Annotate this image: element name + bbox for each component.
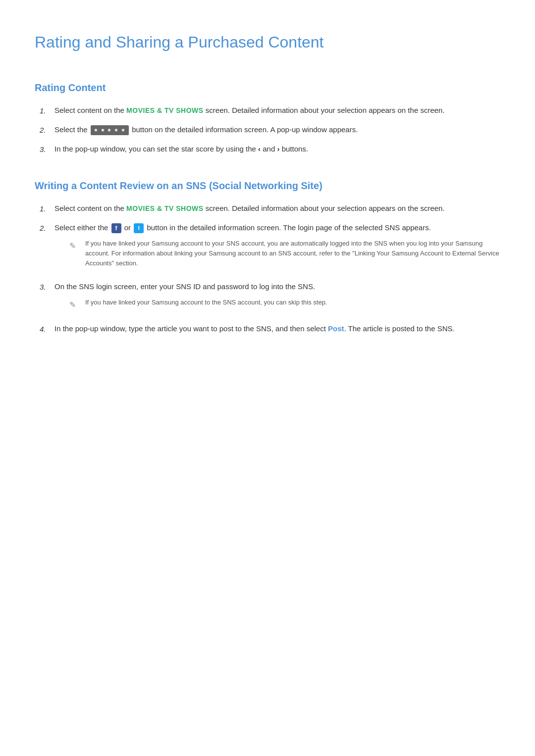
facebook-icon: f xyxy=(111,223,121,233)
list-item: 1. Select content on the MOVIES & TV SHO… xyxy=(35,202,500,215)
text-after: button in the detailed information scree… xyxy=(145,223,431,232)
list-item-content: Select the ★ ★ ★ ★ ★ button on the detai… xyxy=(54,124,500,136)
list-item: 2. Select the ★ ★ ★ ★ ★ button on the de… xyxy=(35,124,500,136)
text-after: buttons. xyxy=(279,145,308,153)
text-before: Select content on the xyxy=(54,106,126,114)
text-after: screen. Detailed information about your … xyxy=(204,106,445,114)
or-text: or xyxy=(124,223,131,232)
note-block: ✎ If you have linked your Samsung accoun… xyxy=(69,298,500,311)
list-number: 2. xyxy=(40,222,54,234)
list-item: 1. Select content on the MOVIES & TV SHO… xyxy=(35,104,500,117)
note-pencil-icon: ✎ xyxy=(69,239,81,252)
note-block: ✎ If you have linked your Samsung accoun… xyxy=(69,239,500,268)
list-item: 3. On the SNS login screen, enter your S… xyxy=(35,281,500,316)
list-item-content: Select content on the MOVIES & TV SHOWS … xyxy=(54,202,500,214)
rating-content-heading: Rating Content xyxy=(35,80,500,96)
list-number: 2. xyxy=(40,124,54,136)
list-item-content: Select content on the MOVIES & TV SHOWS … xyxy=(54,104,500,116)
list-item: 2. Select either the f or t button in th… xyxy=(35,222,500,273)
and-text: and xyxy=(263,145,275,153)
text-before: Select either the xyxy=(54,223,110,232)
writing-review-list: 1. Select content on the MOVIES & TV SHO… xyxy=(35,202,500,335)
text-after: . The article is posted to the SNS. xyxy=(344,324,455,333)
list-item-content: Select either the f or t button in the d… xyxy=(54,222,500,273)
list-item-content: In the pop-up window, type the article y… xyxy=(54,323,500,335)
list-number: 3. xyxy=(40,143,54,155)
list-number: 1. xyxy=(40,104,54,117)
movies-tv-shows-link: MOVIES & TV SHOWS xyxy=(126,204,204,212)
list-number: 3. xyxy=(40,281,54,293)
note-pencil-icon: ✎ xyxy=(69,298,81,311)
rating-content-section: Rating Content 1. Select content on the … xyxy=(35,80,500,155)
post-link: Post xyxy=(328,324,344,333)
text-before: In the pop-up window, type the article y… xyxy=(54,324,328,333)
list-number: 1. xyxy=(40,202,54,215)
note-text: If you have linked your Samsung account … xyxy=(85,239,500,268)
star-button-icon: ★ ★ ★ ★ ★ xyxy=(91,125,129,135)
text-before: In the pop-up window, you can set the st… xyxy=(54,145,258,153)
writing-review-section: Writing a Content Review on an SNS (Soci… xyxy=(35,178,500,335)
list-item-content: On the SNS login screen, enter your SNS … xyxy=(54,281,500,316)
text-after: button on the detailed information scree… xyxy=(130,125,358,134)
text-before: Select the xyxy=(54,125,90,134)
chevron-left-icon: ‹ xyxy=(258,145,261,153)
note-text: If you have linked your Samsung account … xyxy=(85,298,327,307)
item-text: On the SNS login screen, enter your SNS … xyxy=(54,282,315,291)
page-title: Rating and Sharing a Purchased Content xyxy=(35,30,500,60)
text-after: screen. Detailed information about your … xyxy=(204,204,445,212)
writing-review-heading: Writing a Content Review on an SNS (Soci… xyxy=(35,178,500,194)
list-item: 4. In the pop-up window, type the articl… xyxy=(35,323,500,335)
text-before: Select content on the xyxy=(54,204,126,212)
list-item-content: In the pop-up window, you can set the st… xyxy=(54,143,500,155)
list-number: 4. xyxy=(40,323,54,335)
rating-content-list: 1. Select content on the MOVIES & TV SHO… xyxy=(35,104,500,155)
movies-tv-shows-link: MOVIES & TV SHOWS xyxy=(126,106,204,114)
list-item: 3. In the pop-up window, you can set the… xyxy=(35,143,500,155)
twitter-icon: t xyxy=(134,223,144,233)
